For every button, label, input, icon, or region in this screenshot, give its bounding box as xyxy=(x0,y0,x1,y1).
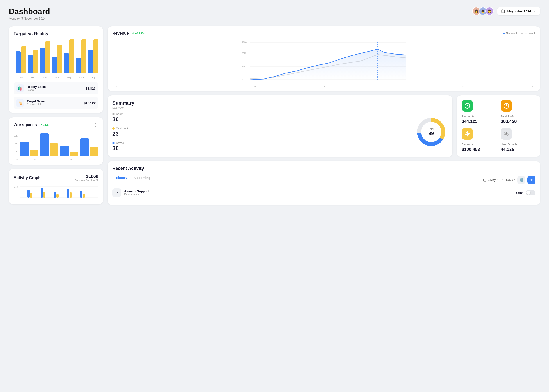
svg-text:$1K: $1K xyxy=(242,65,246,68)
activity-card: Recent Activity History Upcoming 6 May 2… xyxy=(107,161,540,205)
donut-chart: Total 89 xyxy=(415,116,448,148)
date-range-label: May - Nov 2024 xyxy=(507,9,531,13)
svg-rect-8 xyxy=(30,193,32,197)
svg-rect-0 xyxy=(502,10,505,13)
svg-rect-13 xyxy=(67,189,69,197)
stat-saved-value: 36 xyxy=(112,145,410,152)
page-title: Dashboard xyxy=(9,7,50,16)
x-label-t1: T xyxy=(184,85,186,88)
avatar[interactable]: 🧑 xyxy=(485,7,494,15)
stat-spent-value: 30 xyxy=(112,116,410,123)
ws-bar-yellow xyxy=(50,143,58,156)
activity-date-filter[interactable]: 6 May 24 - 13 Nov 24 xyxy=(483,178,515,182)
svg-marker-35 xyxy=(465,132,470,136)
summary-header: Summary last week ··· xyxy=(112,100,448,109)
bar-label: Jan xyxy=(16,76,26,79)
bar-label: June xyxy=(76,76,86,79)
activity-toggle[interactable] xyxy=(526,190,535,195)
header-right: 👩 👨 🧑 May - Nov 2024 xyxy=(472,7,540,15)
ag-chart: 15k xyxy=(14,183,98,199)
stat-saved-label: Saved xyxy=(112,141,410,145)
revenue-x-labels: M T W T F S S xyxy=(112,85,535,88)
activity-actions: 6 May 24 - 13 Nov 24 ⚙️ + xyxy=(483,176,535,184)
x-label-f: F xyxy=(393,85,394,88)
stat-total-profit: Total Profit $80,458 xyxy=(501,100,535,124)
bar-label: May xyxy=(64,76,74,79)
ws-bar-blue xyxy=(60,146,69,156)
ws-bar-chart xyxy=(20,130,98,157)
revenue-title: Revenue xyxy=(112,31,129,36)
stat-dot-blue xyxy=(112,142,114,144)
add-activity-btn[interactable]: + xyxy=(528,176,535,184)
ws-bar-blue xyxy=(20,142,29,156)
ag-y-label: 15k xyxy=(14,186,18,188)
activity-title: Recent Activity xyxy=(112,166,535,171)
revenue-chart-wrap: $10K $5K $1K $0 xyxy=(112,39,535,88)
activity-row: ↔️ Amazon Support E-commerce $250 xyxy=(112,186,535,200)
summary-more-btn[interactable]: ··· xyxy=(442,100,448,105)
payments-icon xyxy=(462,100,473,112)
ws-more-btn[interactable]: ⋮ xyxy=(93,122,98,127)
ws-x-labels: MTWT xyxy=(26,158,98,161)
bar-label: Mar xyxy=(40,76,50,79)
tvr-card: Target vs Reality JanFebMarAprMayJuneJul… xyxy=(9,26,103,113)
stat-cashback-value: 23 xyxy=(112,130,410,137)
chevron-down-icon xyxy=(533,10,536,13)
date-range-picker[interactable]: May - Nov 2024 xyxy=(497,7,540,15)
tvr-bar-blue xyxy=(16,51,21,73)
summary-body: Spent 30 Cashback 23 xyxy=(112,112,448,152)
ws-title-row: Workspaces 0.5% xyxy=(14,123,49,127)
bar-label: Apr xyxy=(52,76,62,79)
revenue-value: $100,453 xyxy=(462,147,496,152)
summary-title-block: Summary last week xyxy=(112,100,134,109)
ws-bar-group xyxy=(20,142,38,156)
svg-rect-11 xyxy=(54,192,56,197)
activity-item-info: Amazon Support E-commerce xyxy=(124,189,513,196)
page-header: Dashboard Monday, 5 November 2024 👩 👨 🧑 … xyxy=(9,7,540,20)
stat-revenue: Revenue $100,453 xyxy=(462,128,496,152)
ws-header: Workspaces 0.5% ⋮ xyxy=(14,122,98,127)
svg-rect-7 xyxy=(28,190,30,197)
activity-graph-card: Activity Graph $186k Between Sep 9 – 27 … xyxy=(9,169,103,204)
target-value: $12,122 xyxy=(84,101,96,105)
activity-controls: History Upcoming 6 May 24 - 13 Nov 24 ⚙️… xyxy=(112,174,535,186)
x-label-t2: T xyxy=(324,85,325,88)
tvr-bar-blue xyxy=(52,56,57,74)
page-subtitle: Monday, 5 November 2024 xyxy=(9,17,50,20)
tvr-bar-blue xyxy=(64,53,69,73)
ws-bars-area: MTWT xyxy=(20,130,98,161)
summary-sub: last week xyxy=(112,106,134,109)
payments-label: Payments xyxy=(462,115,496,118)
left-column: Target vs Reality JanFebMarAprMayJuneJul… xyxy=(9,26,103,205)
reality-sub: Global xyxy=(27,89,46,92)
svg-rect-12 xyxy=(56,194,59,197)
ws-bar-group xyxy=(60,146,78,156)
ws-y-10k: 10k xyxy=(14,134,18,137)
workspaces-card: Workspaces 0.5% ⋮ 10k 5k 1k 0 MTWT xyxy=(9,117,103,165)
tvr-bar-labels: JanFebMarAprMayJuneJuly xyxy=(16,76,98,79)
settings-btn[interactable]: ⚙️ xyxy=(517,176,525,184)
activity-item-sub: E-commerce xyxy=(124,193,513,196)
stat-cashback: Cashback 23 xyxy=(112,127,410,137)
svg-point-36 xyxy=(505,132,507,134)
ag-sub: Between Sep 9 – 27 xyxy=(75,179,98,182)
tab-upcoming[interactable]: Upcoming xyxy=(131,174,154,182)
target-text: Target Sales Commercial xyxy=(27,99,45,106)
tvr-bar-yellow xyxy=(69,39,74,73)
ws-title: Workspaces xyxy=(14,123,37,127)
revenue-trend-icon xyxy=(131,32,134,35)
user-growth-label: User Growth xyxy=(501,143,535,146)
ws-bar-yellow xyxy=(30,149,38,156)
tab-history[interactable]: History xyxy=(112,174,131,182)
stat-spent-label: Spent xyxy=(112,112,410,116)
x-label-w: W xyxy=(254,85,256,88)
tvr-bar-blue xyxy=(40,48,45,73)
revenue-card: Revenue +0.32% This week Last week $10K xyxy=(107,26,540,91)
tvr-title: Target vs Reality xyxy=(14,31,98,36)
tvr-bar-blue xyxy=(76,58,81,73)
reality-name: Reality Sales xyxy=(27,85,46,89)
stat-cashback-label: Cashback xyxy=(112,127,410,130)
legend-reality-left: 🛍️ Reality Sales Global xyxy=(16,84,46,92)
reality-value: $8,823 xyxy=(86,87,96,90)
svg-marker-26 xyxy=(250,49,406,80)
